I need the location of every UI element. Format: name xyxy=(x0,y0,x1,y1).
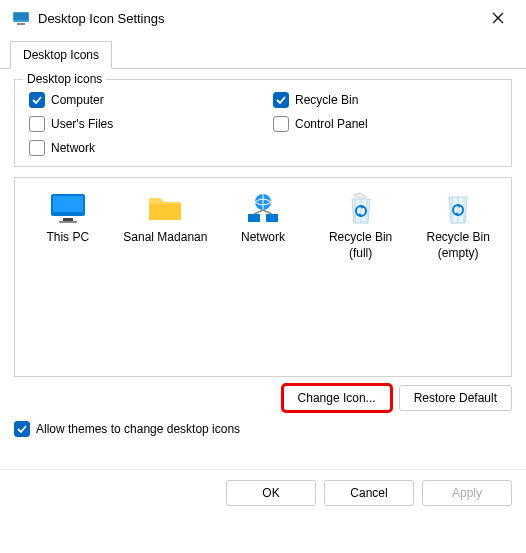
group-label: Desktop icons xyxy=(23,72,106,86)
recyclebin-full-icon xyxy=(341,190,381,226)
icon-button-row: Change Icon... Restore Default xyxy=(14,385,512,411)
checkbox-icon xyxy=(29,140,45,156)
restore-default-button[interactable]: Restore Default xyxy=(399,385,512,411)
apply-button[interactable]: Apply xyxy=(422,480,512,506)
checkbox-label: Network xyxy=(51,141,95,155)
svg-rect-6 xyxy=(59,221,77,223)
monitor-icon xyxy=(48,190,88,226)
checkbox-icon xyxy=(273,116,289,132)
preview-recyclebin-empty[interactable]: Recycle Bin (empty) xyxy=(413,190,503,261)
window-title: Desktop Icon Settings xyxy=(38,11,482,26)
content: Desktop icons Computer Recycle Bin User'… xyxy=(0,69,526,447)
titlebar: Desktop Icon Settings xyxy=(0,0,526,36)
app-icon xyxy=(12,9,30,27)
allow-themes-label: Allow themes to change desktop icons xyxy=(36,422,240,436)
svg-rect-9 xyxy=(266,214,278,222)
checkbox-icon xyxy=(273,92,289,108)
checkbox-grid: Computer Recycle Bin User's Files Contro… xyxy=(29,92,497,156)
close-button[interactable] xyxy=(482,6,514,30)
preview-label: Sanal Madanan xyxy=(123,230,207,246)
preview-label: Network xyxy=(241,230,285,246)
checkbox-userfiles[interactable]: User's Files xyxy=(29,116,253,132)
cancel-button[interactable]: Cancel xyxy=(324,480,414,506)
checkbox-icon xyxy=(29,92,45,108)
desktop-icons-group: Desktop icons Computer Recycle Bin User'… xyxy=(14,79,512,167)
checkbox-label: Computer xyxy=(51,93,104,107)
checkbox-icon xyxy=(14,421,30,437)
preview-user-folder[interactable]: Sanal Madanan xyxy=(121,190,211,246)
checkbox-controlpanel[interactable]: Control Panel xyxy=(273,116,497,132)
dialog-footer: OK Cancel Apply xyxy=(0,469,526,516)
preview-recyclebin-full[interactable]: Recycle Bin (full) xyxy=(316,190,406,261)
checkbox-icon xyxy=(29,116,45,132)
network-icon xyxy=(243,190,283,226)
change-icon-button[interactable]: Change Icon... xyxy=(283,385,391,411)
folder-icon xyxy=(145,190,185,226)
preview-label: Recycle Bin (empty) xyxy=(413,230,503,261)
preview-network[interactable]: Network xyxy=(218,190,308,246)
recyclebin-empty-icon xyxy=(438,190,478,226)
preview-this-pc[interactable]: This PC xyxy=(23,190,113,246)
ok-button[interactable]: OK xyxy=(226,480,316,506)
checkbox-label: Control Panel xyxy=(295,117,368,131)
allow-themes-checkbox[interactable]: Allow themes to change desktop icons xyxy=(14,421,512,437)
tabs: Desktop Icons xyxy=(0,40,526,69)
svg-rect-8 xyxy=(248,214,260,222)
checkbox-computer[interactable]: Computer xyxy=(29,92,253,108)
checkbox-recyclebin[interactable]: Recycle Bin xyxy=(273,92,497,108)
svg-rect-2 xyxy=(17,23,25,25)
tab-desktop-icons[interactable]: Desktop Icons xyxy=(10,41,112,69)
svg-rect-5 xyxy=(63,218,73,221)
checkbox-network[interactable]: Network xyxy=(29,140,253,156)
checkbox-label: Recycle Bin xyxy=(295,93,358,107)
svg-rect-1 xyxy=(14,13,28,20)
preview-label: Recycle Bin (full) xyxy=(316,230,406,261)
svg-rect-4 xyxy=(53,196,83,212)
preview-label: This PC xyxy=(46,230,89,246)
icon-preview-pane: This PC Sanal Madanan Network Recycle Bi… xyxy=(14,177,512,377)
checkbox-label: User's Files xyxy=(51,117,113,131)
